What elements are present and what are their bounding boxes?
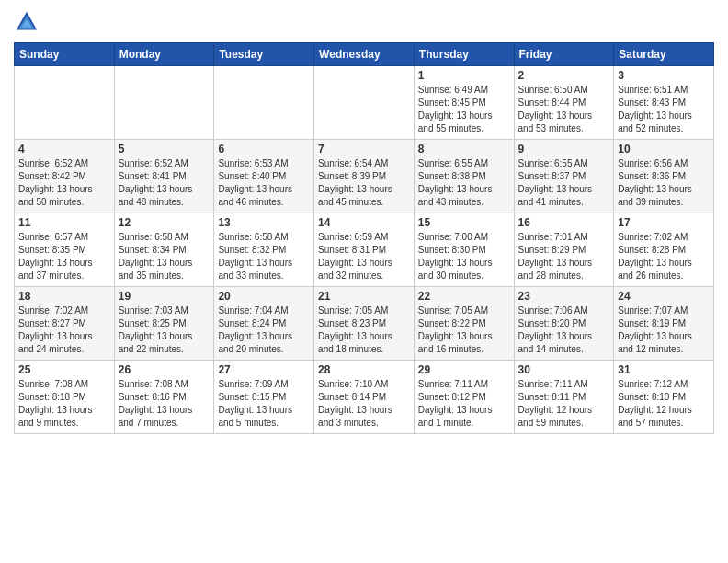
day-info: Sunrise: 7:07 AM Sunset: 8:19 PM Dayligh… xyxy=(618,304,710,356)
day-info: Sunrise: 6:58 AM Sunset: 8:34 PM Dayligh… xyxy=(119,231,210,282)
day-info: Sunrise: 6:54 AM Sunset: 8:39 PM Dayligh… xyxy=(318,157,410,209)
calendar-cell: 24Sunrise: 7:07 AM Sunset: 8:19 PM Dayli… xyxy=(614,287,714,361)
calendar-cell xyxy=(15,66,115,140)
header-thursday: Thursday xyxy=(414,43,514,66)
calendar-table: SundayMondayTuesdayWednesdayThursdayFrid… xyxy=(14,42,714,434)
calendar-cell: 9Sunrise: 6:55 AM Sunset: 8:37 PM Daylig… xyxy=(514,140,614,213)
calendar-week-row: 18Sunrise: 7:02 AM Sunset: 8:27 PM Dayli… xyxy=(15,287,714,361)
header-friday: Friday xyxy=(514,43,614,66)
day-number: 3 xyxy=(618,69,710,82)
calendar-week-row: 25Sunrise: 7:08 AM Sunset: 8:18 PM Dayli… xyxy=(15,361,714,434)
day-info: Sunrise: 6:52 AM Sunset: 8:41 PM Dayligh… xyxy=(119,157,210,209)
calendar-cell: 13Sunrise: 6:58 AM Sunset: 8:32 PM Dayli… xyxy=(214,213,314,287)
day-info: Sunrise: 6:55 AM Sunset: 8:37 PM Dayligh… xyxy=(518,157,610,209)
day-info: Sunrise: 6:56 AM Sunset: 8:36 PM Dayligh… xyxy=(618,157,710,209)
calendar-cell: 6Sunrise: 6:53 AM Sunset: 8:40 PM Daylig… xyxy=(214,140,314,213)
calendar-cell: 1Sunrise: 6:49 AM Sunset: 8:45 PM Daylig… xyxy=(414,66,514,140)
day-number: 8 xyxy=(418,143,510,155)
logo xyxy=(14,9,41,35)
calendar-cell: 10Sunrise: 6:56 AM Sunset: 8:36 PM Dayli… xyxy=(614,140,714,213)
day-info: Sunrise: 7:02 AM Sunset: 8:27 PM Dayligh… xyxy=(18,304,110,356)
calendar-cell: 20Sunrise: 7:04 AM Sunset: 8:24 PM Dayli… xyxy=(214,287,314,361)
day-number: 14 xyxy=(318,216,410,229)
day-number: 19 xyxy=(119,290,210,303)
calendar-cell: 22Sunrise: 7:05 AM Sunset: 8:22 PM Dayli… xyxy=(414,287,514,361)
calendar-cell: 31Sunrise: 7:12 AM Sunset: 8:10 PM Dayli… xyxy=(614,361,714,434)
day-number: 25 xyxy=(18,363,110,376)
day-number: 20 xyxy=(218,290,310,303)
day-number: 28 xyxy=(318,363,410,376)
day-number: 18 xyxy=(18,290,110,303)
day-info: Sunrise: 7:10 AM Sunset: 8:14 PM Dayligh… xyxy=(318,378,410,430)
day-info: Sunrise: 7:11 AM Sunset: 8:12 PM Dayligh… xyxy=(418,378,510,430)
day-number: 4 xyxy=(18,143,110,155)
calendar-cell: 16Sunrise: 7:01 AM Sunset: 8:29 PM Dayli… xyxy=(514,213,614,287)
day-number: 12 xyxy=(119,216,210,229)
day-info: Sunrise: 6:52 AM Sunset: 8:42 PM Dayligh… xyxy=(18,157,110,209)
day-info: Sunrise: 6:57 AM Sunset: 8:35 PM Dayligh… xyxy=(18,231,110,282)
day-number: 9 xyxy=(518,143,610,155)
day-number: 31 xyxy=(618,363,710,376)
calendar-week-row: 11Sunrise: 6:57 AM Sunset: 8:35 PM Dayli… xyxy=(15,213,714,287)
day-info: Sunrise: 7:05 AM Sunset: 8:22 PM Dayligh… xyxy=(418,304,510,356)
day-number: 27 xyxy=(218,363,310,376)
day-info: Sunrise: 6:53 AM Sunset: 8:40 PM Dayligh… xyxy=(218,157,310,209)
calendar-cell: 26Sunrise: 7:08 AM Sunset: 8:16 PM Dayli… xyxy=(114,361,214,434)
day-number: 11 xyxy=(18,216,110,229)
day-info: Sunrise: 7:04 AM Sunset: 8:24 PM Dayligh… xyxy=(218,304,310,356)
day-number: 13 xyxy=(218,216,310,229)
day-info: Sunrise: 6:59 AM Sunset: 8:31 PM Dayligh… xyxy=(318,231,410,282)
header-tuesday: Tuesday xyxy=(214,43,314,66)
logo-icon xyxy=(14,9,40,35)
calendar-cell: 21Sunrise: 7:05 AM Sunset: 8:23 PM Dayli… xyxy=(314,287,415,361)
calendar-cell: 8Sunrise: 6:55 AM Sunset: 8:38 PM Daylig… xyxy=(414,140,514,213)
calendar-cell: 30Sunrise: 7:11 AM Sunset: 8:11 PM Dayli… xyxy=(514,361,614,434)
calendar-cell: 17Sunrise: 7:02 AM Sunset: 8:28 PM Dayli… xyxy=(614,213,714,287)
calendar-week-row: 4Sunrise: 6:52 AM Sunset: 8:42 PM Daylig… xyxy=(15,140,714,213)
calendar-cell: 23Sunrise: 7:06 AM Sunset: 8:20 PM Dayli… xyxy=(514,287,614,361)
day-number: 30 xyxy=(518,363,610,376)
day-number: 1 xyxy=(418,69,510,82)
calendar-cell: 19Sunrise: 7:03 AM Sunset: 8:25 PM Dayli… xyxy=(114,287,214,361)
header-saturday: Saturday xyxy=(614,43,714,66)
calendar-cell xyxy=(314,66,415,140)
calendar-cell: 5Sunrise: 6:52 AM Sunset: 8:41 PM Daylig… xyxy=(114,140,214,213)
day-info: Sunrise: 7:12 AM Sunset: 8:10 PM Dayligh… xyxy=(618,378,710,430)
calendar-cell: 25Sunrise: 7:08 AM Sunset: 8:18 PM Dayli… xyxy=(15,361,115,434)
day-number: 23 xyxy=(518,290,610,303)
calendar-cell: 11Sunrise: 6:57 AM Sunset: 8:35 PM Dayli… xyxy=(15,213,115,287)
day-info: Sunrise: 7:00 AM Sunset: 8:30 PM Dayligh… xyxy=(418,231,510,282)
header-sunday: Sunday xyxy=(15,43,115,66)
day-info: Sunrise: 7:06 AM Sunset: 8:20 PM Dayligh… xyxy=(518,304,610,356)
calendar-cell: 29Sunrise: 7:11 AM Sunset: 8:12 PM Dayli… xyxy=(414,361,514,434)
calendar-week-row: 1Sunrise: 6:49 AM Sunset: 8:45 PM Daylig… xyxy=(15,66,714,140)
day-number: 17 xyxy=(618,216,710,229)
calendar-cell: 15Sunrise: 7:00 AM Sunset: 8:30 PM Dayli… xyxy=(414,213,514,287)
calendar-cell: 2Sunrise: 6:50 AM Sunset: 8:44 PM Daylig… xyxy=(514,66,614,140)
day-number: 21 xyxy=(318,290,410,303)
day-info: Sunrise: 7:08 AM Sunset: 8:16 PM Dayligh… xyxy=(119,378,210,430)
day-number: 24 xyxy=(618,290,710,303)
day-number: 16 xyxy=(518,216,610,229)
calendar-cell: 18Sunrise: 7:02 AM Sunset: 8:27 PM Dayli… xyxy=(15,287,115,361)
day-info: Sunrise: 7:09 AM Sunset: 8:15 PM Dayligh… xyxy=(218,378,310,430)
day-info: Sunrise: 7:02 AM Sunset: 8:28 PM Dayligh… xyxy=(618,231,710,282)
calendar-cell: 27Sunrise: 7:09 AM Sunset: 8:15 PM Dayli… xyxy=(214,361,314,434)
day-info: Sunrise: 6:49 AM Sunset: 8:45 PM Dayligh… xyxy=(418,84,510,135)
calendar-header-row: SundayMondayTuesdayWednesdayThursdayFrid… xyxy=(15,43,714,66)
day-number: 26 xyxy=(119,363,210,376)
day-number: 22 xyxy=(418,290,510,303)
calendar-cell: 3Sunrise: 6:51 AM Sunset: 8:43 PM Daylig… xyxy=(614,66,714,140)
day-info: Sunrise: 6:50 AM Sunset: 8:44 PM Dayligh… xyxy=(518,84,610,135)
day-number: 6 xyxy=(218,143,310,155)
calendar-cell xyxy=(214,66,314,140)
day-number: 7 xyxy=(318,143,410,155)
day-info: Sunrise: 7:11 AM Sunset: 8:11 PM Dayligh… xyxy=(518,378,610,430)
calendar-cell: 4Sunrise: 6:52 AM Sunset: 8:42 PM Daylig… xyxy=(15,140,115,213)
day-number: 5 xyxy=(119,143,210,155)
day-number: 10 xyxy=(618,143,710,155)
day-info: Sunrise: 7:03 AM Sunset: 8:25 PM Dayligh… xyxy=(119,304,210,356)
day-number: 2 xyxy=(518,69,610,82)
day-info: Sunrise: 6:55 AM Sunset: 8:38 PM Dayligh… xyxy=(418,157,510,209)
calendar-cell: 7Sunrise: 6:54 AM Sunset: 8:39 PM Daylig… xyxy=(314,140,415,213)
